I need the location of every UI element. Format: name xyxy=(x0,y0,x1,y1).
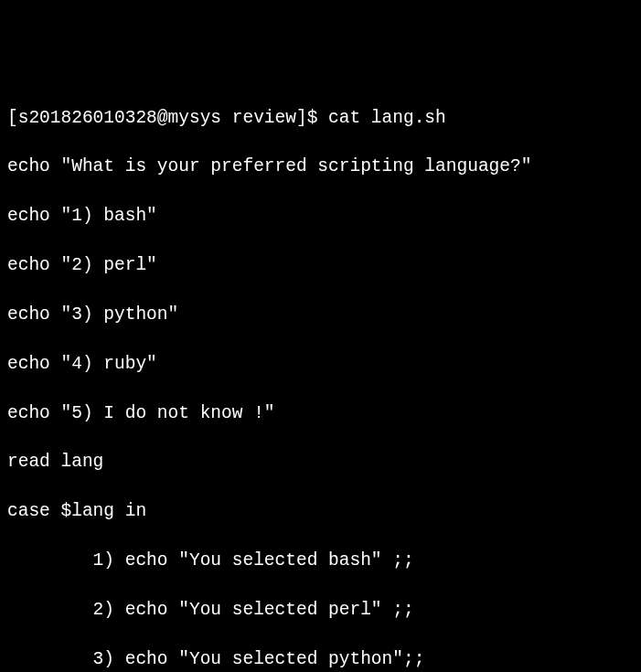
terminal-line: echo "2) perl" xyxy=(7,253,634,278)
terminal-line: echo "What is your preferred scripting l… xyxy=(7,155,634,179)
terminal-line: 1) echo "You selected bash" ;; xyxy=(7,549,634,573)
terminal-line: echo "3) python" xyxy=(7,303,634,327)
terminal-line: echo "5) I do not know !" xyxy=(7,401,634,426)
terminal-line: [s201826010328@mysys review]$ cat lang.s… xyxy=(7,106,634,131)
terminal-line: 2) echo "You selected perl" ;; xyxy=(7,598,634,623)
terminal-line: read lang xyxy=(7,450,634,475)
terminal-line: echo "1) bash" xyxy=(7,204,634,229)
terminal-line: 3) echo "You selected python";; xyxy=(7,647,634,672)
terminal-line: echo "4) ruby" xyxy=(7,352,634,377)
terminal-line: case $lang in xyxy=(7,499,634,524)
